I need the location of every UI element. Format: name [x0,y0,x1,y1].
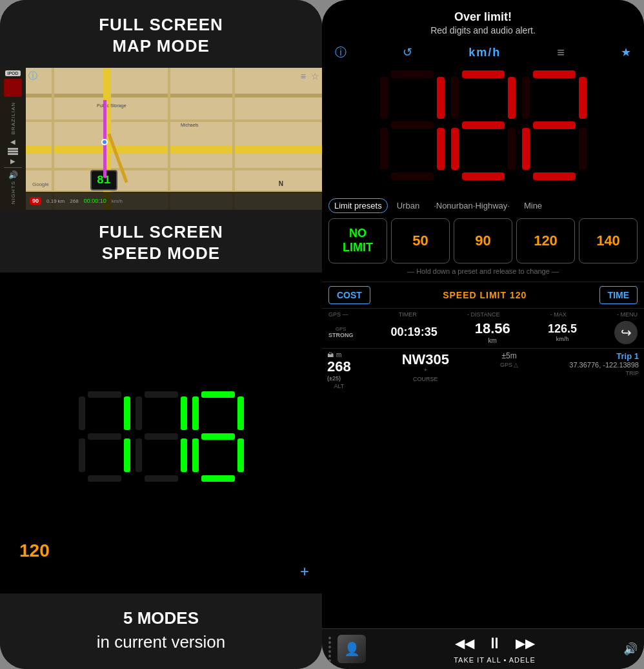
map-timer: 00:00:10 [84,198,106,204]
info-icon[interactable]: ⓘ [28,70,37,82]
share-button[interactable]: ↪ [614,321,638,344]
trip-text-label: TRIP [569,370,639,376]
map-bottom-speed: 90 [30,197,41,205]
dist-header: - DISTANCE [467,311,499,318]
drag-handle [328,637,331,662]
gps-accuracy-group: ±5m GPS △ [500,351,519,368]
digit-2 [136,391,187,482]
btn-140[interactable]: 140 [579,218,638,263]
play-icon[interactable]: ▶ [10,158,15,165]
star-icon[interactable]: ★ [621,45,631,59]
cost-button[interactable]: COST [328,286,370,304]
map-screenshot: Public Storage Michaels N Google IPOD BR… [0,68,322,210]
map-dist: 0.19km [46,198,65,204]
max-speed-value: 126.5 km/h [548,322,577,342]
refresh-icon[interactable]: ↺ [403,45,412,59]
tab-mine[interactable]: Mine [519,199,547,212]
red-digit-1 [380,70,445,180]
rewind-icon[interactable]: ◀ [10,138,15,145]
speed-digits [79,378,244,488]
music-player: 👤 ◀◀ ⏸ ▶▶ TAKE IT ALL • ADELE 🔊 [322,628,644,669]
digit-3 [192,391,244,482]
btn-no-limit[interactable]: NOLIMIT [328,218,387,263]
alt-unit-label: m [336,351,341,358]
limit-buttons: NOLIMIT 50 90 120 140 [328,218,638,263]
stats-header: GPS — TIMER - DISTANCE - MAX - MENU [327,311,639,318]
digit-1 [79,391,130,482]
altitude-value: 268 [327,358,351,375]
right-panel: Over limit! Red digits and audio alert. … [322,0,644,669]
preset-hint: — Hold down a preset and release to chan… [328,267,638,275]
album-art: 👤 [337,635,366,663]
limit-tabs: Limit presets Urban ·Nonurban·Highway· M… [328,198,638,213]
alt-label: ALT [327,383,351,389]
modes-section: 5 MODES in current version [0,593,322,669]
speed-limit-display: SPEED LIMIT 120 [443,290,527,300]
right-header: Over limit! Red digits and audio alert. [322,0,644,41]
map-label-michaels: Michaels [181,123,199,127]
forward-button[interactable]: ▶▶ [516,635,535,651]
title2-line2: SPEED MODE [6,243,316,264]
info-bar: COST SPEED LIMIT 120 TIME [322,282,644,308]
volume-icon[interactable]: 🔊 [623,642,638,656]
sidebar-text: BRAZILIAN [10,102,16,134]
max-header: - MAX [550,311,567,318]
over-limit-title: Over limit! [328,10,638,24]
unit-label[interactable]: km/h [468,46,501,59]
gps-accuracy-value: ±5m [500,351,519,360]
map-bottom-bar: 90 0.19km 268 00:00:10 km/h [26,192,322,210]
red-digit-3 [522,70,587,180]
distance-value: 18.56 km [475,320,510,344]
red-digit-2 [451,70,516,180]
modes-subtitle: in current version [6,630,316,654]
gps-accuracy-label: GPS △ [500,362,519,368]
right-toolbar: ⓘ ↺ km/h ≡ ★ [322,41,644,64]
tab-urban[interactable]: Urban [392,199,425,212]
over-limit-sub: Red digits and audio alert. [328,25,638,36]
btn-90[interactable]: 90 [454,218,512,263]
tab-nonurban-highway[interactable]: ·Nonurban·Highway· [428,199,515,212]
stats-section: GPS — TIMER - DISTANCE - MAX - MENU GPS … [322,308,644,348]
alt-course-section: 🏔 m 268 (±25) ALT NW305 ° COURSE ±5m GPS… [322,348,644,392]
gps-header: GPS — [328,311,348,318]
time-button[interactable]: TIME [599,286,638,304]
timer-header: TIMER [399,311,417,318]
title1-line1: FULL SCREEN [6,14,316,36]
map-unit: km/h [112,198,123,204]
music-controls: ◀◀ ⏸ ▶▶ TAKE IT ALL • ADELE [372,634,617,664]
btn-120[interactable]: 120 [516,218,575,263]
trip-coords: 37.36776, -122.13898 [569,361,639,369]
big-speed-display [322,64,644,193]
menu-header: - MENU [617,311,638,318]
limit-presets-section: Limit presets Urban ·Nonurban·Highway· M… [322,193,644,282]
timer-value: 00:19:35 [391,325,438,339]
stats-values: GPS STRONG 00:19:35 18.56 km 126.5 km/h … [327,319,639,345]
title1-line2: MAP MODE [6,36,316,57]
hamburger-icon[interactable]: ≡ [557,45,565,60]
course-sub: ° [402,368,449,375]
btn-50[interactable]: 50 [391,218,450,263]
speed-mode-title: FULL SCREEN SPEED MODE [0,210,322,273]
tab-limit-presets[interactable]: Limit presets [328,198,388,213]
title2-line1: FULL SCREEN [6,221,316,243]
rewind-button[interactable]: ◀◀ [455,635,474,651]
info-circle-icon[interactable]: ⓘ [335,45,347,60]
menu-icon[interactable]: ≡ [301,71,306,81]
star-icon[interactable]: ☆ [311,71,319,81]
song-info: TAKE IT ALL • ADELE [454,656,536,664]
volume-icon[interactable]: 🔊 [8,170,18,180]
pause-button[interactable]: ⏸ [487,634,503,652]
gps-status: GPS STRONG [328,326,354,338]
altitude-group: 🏔 m 268 (±25) ALT [327,351,351,389]
map-mode-title: FULL SCREEN MAP MODE [0,0,322,68]
map-toolbar: ⓘ ≡ ☆ [28,70,319,82]
map-google-label: Google [32,181,49,187]
add-icon[interactable]: + [300,562,309,581]
trip-label[interactable]: Trip 1 [569,351,639,361]
music-buttons: ◀◀ ⏸ ▶▶ [455,634,535,652]
trip-group: Trip 1 37.36776, -122.13898 TRIP [569,351,639,376]
nights-text: NIGHTS [10,181,16,204]
ipod-badge: IPOD [5,70,20,76]
modes-title: 5 MODES [6,606,316,630]
speed-limit-label: 120 [19,540,50,561]
